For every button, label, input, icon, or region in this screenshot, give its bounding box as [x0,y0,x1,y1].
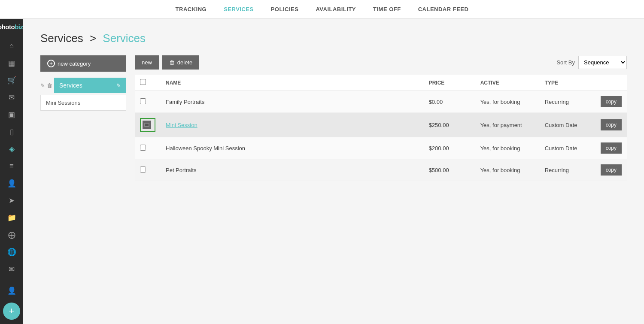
row-active-cell: Yes, for booking [475,159,540,181]
row-action-cell: copy [595,113,627,137]
row-type-cell: Recurring [540,91,595,113]
sidebar-item-calendar[interactable]: ▦ [3,55,20,71]
category-edit-pencil-icon[interactable]: ✎ [116,82,121,89]
sort-by-control: Sort By Sequence Name Price [556,56,627,69]
sidebar-add-button[interactable]: + [3,303,20,320]
row-checkbox-cell [135,137,161,159]
row-action-cell: copy [595,159,627,181]
row-name-cell: Pet Portraits [161,159,424,181]
sidebar-item-folder[interactable]: 📁 [3,210,20,225]
delete-category-icon[interactable]: 🗑 [47,82,52,89]
copy-button[interactable]: copy [601,142,622,154]
row-checkbox-cell [135,113,161,137]
row-action-cell: copy [595,91,627,113]
col-header-name: NAME [161,75,424,91]
sort-by-label: Sort By [556,59,575,66]
mini-session-link[interactable]: Mini Session [166,122,197,128]
row-type-cell: Custom Date [540,113,595,137]
plus-circle-icon: + [47,60,55,67]
breadcrumb-current: Services [103,32,146,45]
table-row: Halloween Spooky Mini Session $200.00 Ye… [135,137,627,159]
row-checkbox[interactable] [140,98,146,104]
left-panel: + new category ✎ 🗑 Services ✎ Mini Sessi… [40,55,126,181]
row-checkbox-cell [135,91,161,113]
services-table: NAME PRICE ACTIVE TYPE Family Portraits … [135,75,627,181]
sidebar-item-home[interactable]: ⌂ [3,38,20,54]
sort-by-select[interactable]: Sequence Name Price [578,56,627,69]
sidebar-item-mail[interactable]: ✉ [3,261,20,277]
row-checkbox[interactable] [140,167,146,173]
category-actions: ✎ 🗑 [40,82,52,89]
row-active-cell: Yes, for payment [475,113,540,137]
row-active-cell: Yes, for booking [475,91,540,113]
table-row: Family Portraits $0.00 Yes, for booking … [135,91,627,113]
select-all-checkbox[interactable] [140,79,146,85]
edit-category-icon[interactable]: ✎ [40,82,45,89]
nav-calendar-feed[interactable]: CALENDAR FEED [418,6,469,12]
col-header-actions [595,75,627,91]
sidebar-item-globe[interactable]: 🌐 [3,244,20,260]
delete-button[interactable]: 🗑 delete [162,55,199,70]
col-header-active: ACTIVE [475,75,540,91]
svg-rect-1 [145,124,149,126]
sidebar-item-send[interactable]: ➤ [3,193,20,208]
row-type-cell: Custom Date [540,137,595,159]
row-price-cell: $500.00 [424,159,475,181]
new-button[interactable]: new [135,55,159,70]
row-price-cell: $250.00 [424,113,475,137]
delete-label: delete [177,59,192,66]
sidebar-item-gallery[interactable]: ▣ [3,107,20,122]
table-row: Pet Portraits $500.00 Yes, for booking R… [135,159,627,181]
row-price-cell: $200.00 [424,137,475,159]
row-name-cell: Mini Session [161,113,424,137]
new-category-button[interactable]: + new category [40,55,126,72]
main-content: Services > Services + new category ✎ 🗑 [23,19,644,324]
sidebar-item-book[interactable]: ▯ [3,124,20,139]
breadcrumb: Services > Services [40,32,627,45]
copy-button[interactable]: copy [601,119,622,130]
sidebar-item-list[interactable]: ≡ [3,158,20,174]
row-type-cell: Recurring [540,159,595,181]
row-name-cell: Halloween Spooky Mini Session [161,137,424,159]
copy-button[interactable]: copy [601,164,622,176]
table-row: Mini Session $250.00 Yes, for payment Cu… [135,113,627,137]
row-checkbox-cell [135,159,161,181]
trash-icon: 🗑 [169,59,175,66]
nav-tracking[interactable]: TRACKING [176,6,207,12]
nav-availability[interactable]: AVAILABILITY [316,6,356,12]
col-header-type: TYPE [540,75,595,91]
category-row-services: ✎ 🗑 Services ✎ [40,78,126,93]
sidebar-item-user[interactable]: 👤 [3,283,20,298]
logo: photobiz® [0,23,25,30]
sidebar-item-puzzle[interactable]: ⨁ [3,227,20,242]
col-header-price: PRICE [424,75,475,91]
breadcrumb-parent: Services [40,32,83,45]
breadcrumb-separator: > [90,32,96,45]
sidebar-item-people[interactable]: 👤 [3,176,20,191]
row-name-cell: Family Portraits [161,91,424,113]
row-price-cell: $0.00 [424,91,475,113]
table-actions: new 🗑 delete Sort By Sequence Name Price [135,55,627,70]
nav-policies[interactable]: POLICIES [271,6,299,12]
row-checkbox[interactable] [140,145,146,151]
sidebar-item-scheduler[interactable]: ◈ [3,141,20,157]
nav-services[interactable]: SERVICES [224,6,254,12]
mini-session-icon [143,121,151,129]
top-navigation: TRACKING SERVICES POLICIES AVAILABILITY … [0,0,644,19]
sidebar-item-message[interactable]: ✉ [3,90,20,105]
right-panel: new 🗑 delete Sort By Sequence Name Price [135,55,627,181]
category-label: Services [59,82,82,89]
category-item-services[interactable]: Services ✎ [54,78,126,93]
new-category-label: new category [58,61,91,67]
sidebar-item-cart[interactable]: 🛒 [3,73,20,88]
subcategory-mini-sessions[interactable]: Mini Sessions [40,95,126,111]
copy-button[interactable]: copy [601,96,622,107]
row-action-cell: copy [595,137,627,159]
row-active-cell: Yes, for booking [475,137,540,159]
sidebar: photobiz® ⌂ ▦ 🛒 ✉ ▣ ▯ ◈ ≡ 👤 ➤ 📁 ⨁ 🌐 ✉ 👤 … [0,19,23,324]
nav-time-off[interactable]: TIME OFF [373,6,401,12]
